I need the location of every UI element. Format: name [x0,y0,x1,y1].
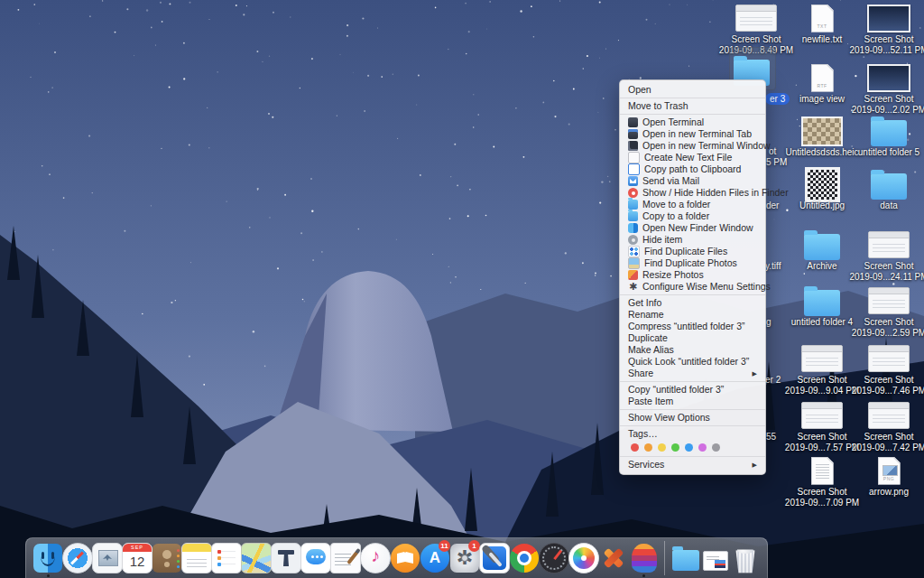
clover-icon [628,246,640,257]
dock-messages[interactable] [301,538,330,578]
dock-chrome[interactable] [510,538,539,578]
menu-item-get-info[interactable]: Get Info [620,297,765,309]
menu-item-paste-item[interactable]: Paste Item [620,396,765,407]
menu-item-open-in-new-terminal-window[interactable]: Open in new Terminal Window [620,140,765,152]
desktop-icon-untitled-jpg[interactable]: Untitled.jpg [789,170,855,211]
tag-color-2[interactable] [658,443,666,452]
dock-maps[interactable] [242,538,271,578]
menu-item-copy-untitled-folder-3[interactable]: Copy “untitled folder 3” [620,384,765,396]
dock-sysprefs[interactable]: 1 [450,538,479,578]
dock-avast[interactable] [599,538,628,578]
desktop-icon-arrow-png[interactable]: PNGarrow.png [855,456,922,498]
menu-item-compress-untitled-folder-3[interactable]: Compress “untitled folder 3” [620,321,765,332]
menu-item-show-view-options[interactable]: Show View Options [620,412,765,424]
tag-color-4[interactable] [685,443,693,452]
tag-color-1[interactable] [644,443,652,452]
menu-item-label: Paste Item [628,396,673,407]
dock-itunes[interactable] [361,538,390,578]
menu-item-tags[interactable]: Tags… [620,428,765,440]
dock-finder[interactable] [33,538,62,578]
icon-label: Screen Shot2019-09...9.04 PM [785,375,859,396]
menu-item-find-duplicate-files[interactable]: Find Duplicate Files [620,246,765,257]
running-indicator [642,574,645,577]
dock-keynote[interactable] [272,538,300,578]
desktop-icon-label-fragment[interactable]: 5 PM [766,157,787,167]
menu-item-move-to-trash[interactable]: Move to Trash [620,100,765,112]
dock-trash[interactable] [731,538,760,578]
menu-item-label: Find Duplicate Files [644,246,727,257]
dock-gauge[interactable] [540,538,568,578]
desktop-icon-screen-shot-202pm[interactable]: Screen Shot2019-09...2.02 PM [855,63,922,116]
desktop-icon-screen-shot-904pm[interactable]: Screen Shot2019-09...9.04 PM [789,344,855,396]
desktop-icon-screen-shot-742pm[interactable]: Screen Shot2019-09...7.42 PM [855,401,922,453]
mail-icon [628,176,638,186]
dock-textedit[interactable] [331,538,360,578]
desktop-icon-untitledsdsds-heic[interactable]: Untitledsdsds.heic [789,117,855,158]
menu-item-open-in-new-terminal-tab[interactable]: Open in new Terminal Tab [620,128,765,140]
dock-calendar[interactable]: SEP12 [123,538,152,578]
menu-item-open[interactable]: Open [620,84,765,96]
tag-color-5[interactable] [698,443,707,452]
desktop-icon-screen-shot-746pm[interactable]: Screen Shot2019-09...7.46 PM [855,344,922,396]
dock-books[interactable] [391,538,420,578]
tag-color-0[interactable] [631,443,639,452]
desktop-icon-newfile-txt[interactable]: TXTnewfile.txt [789,4,855,45]
doc-icon: RTF [811,64,834,92]
desktop-icon-screen-shot-259pm[interactable]: Screen Shot2019-09...2.59 PM [855,286,922,339]
tag-color-6[interactable] [712,443,720,452]
menu-item-hide-item[interactable]: Hide item [620,234,765,246]
menu-item-services[interactable]: Services▶ [620,459,765,471]
desktop-icon-label-fragment[interactable]: 55 [766,432,776,442]
menu-item-send-via-mail[interactable]: Send via Mail [620,175,765,187]
desktop-icon-label-fragment[interactable]: er 2 [765,375,781,385]
dock-headapp[interactable] [629,538,658,578]
desktop-icon-archive-folder[interactable]: Archive [789,230,855,272]
desktop-icon-screen-shot-2411pm[interactable]: Screen Shot2019-09...24.11 PM [855,230,922,283]
menu-item-make-alias[interactable]: Make Alias [620,344,765,356]
menu-item-create-new-text-file[interactable]: Create New Text File [620,152,765,163]
itunes-app-icon [360,543,391,573]
desktop-icon-untitled-folder-5[interactable]: untitled folder 5 [855,117,922,158]
keynote-app-icon [271,543,301,573]
dock-appstore[interactable]: 11 [420,538,449,578]
dock-photos[interactable] [569,538,598,578]
downloads-app-icon [672,550,699,571]
menu-item-share[interactable]: Share▶ [620,368,765,379]
menu-item-open-new-finder-window[interactable]: Open New Finder Window [620,222,765,234]
menu-item-label: Resize Photos [642,269,704,281]
menu-item-duplicate[interactable]: Duplicate [620,332,765,344]
menu-item-copy-path-to-clipboard[interactable]: Copy path to Clipboard [620,163,765,175]
dock-notes[interactable] [182,538,211,578]
desktop-icon-screen-shot-757pm[interactable]: Screen Shot2019-09...7.57 PM [789,401,855,453]
menu-item-move-to-a-folder[interactable]: Move to a folder [620,199,765,210]
dock-xcode[interactable] [480,538,509,578]
desktop-icon-label-fragment[interactable]: y.tiff [765,261,781,271]
menu-item-open-terminal[interactable]: Open Terminal [620,117,765,128]
desktop-icon-screen-shot-709pm[interactable]: Screen Shot2019-09...7.09 PM [789,456,855,508]
dock-reminders[interactable] [212,538,241,578]
running-indicator [47,574,50,577]
menu-item-resize-photos[interactable]: Resize Photos [620,269,765,281]
desktop-icon-untitled-folder-4[interactable]: untitled folder 4 [789,286,855,328]
tag-color-3[interactable] [671,443,679,452]
menu-item-show-hide-hidden-files-in-finder[interactable]: Show / Hide Hidden Files in Finder [620,187,765,199]
photo-icon [628,257,640,269]
menu-item-quick-look-untitled-folder-3[interactable]: Quick Look “untitled folder 3” [620,356,765,368]
menu-item-copy-to-a-folder[interactable]: Copy to a folder [620,210,765,222]
dock-safari[interactable] [63,538,92,578]
dock-mail[interactable] [93,538,122,578]
dock-downloads[interactable] [671,538,700,578]
desktop-icon-label-fragment[interactable]: der [766,200,779,210]
menu-item-rename[interactable]: Rename [620,309,765,321]
menu-item-label: Open in new Terminal Window [642,140,771,152]
menu-item-find-duplicate-photos[interactable]: Find Duplicate Photos [620,257,765,269]
menu-item-configure-wise-menu-settings[interactable]: Configure Wise Menu Settings [620,281,765,293]
desktop-icon-data-folder[interactable]: data [855,170,922,211]
desktop-icon-image-view[interactable]: RTFimage view [789,63,855,105]
desktop-icon-screen-shot-5211pm[interactable]: Screen Shot2019-09...52.11 PM [855,4,922,56]
window-icon [735,5,777,32]
desktop-icon-label-fragment[interactable]: g [766,317,772,327]
icon-label: Screen Shot2019-09...7.46 PM [852,375,924,396]
dock-docstack[interactable] [701,538,730,578]
dock-contacts[interactable] [152,538,181,578]
